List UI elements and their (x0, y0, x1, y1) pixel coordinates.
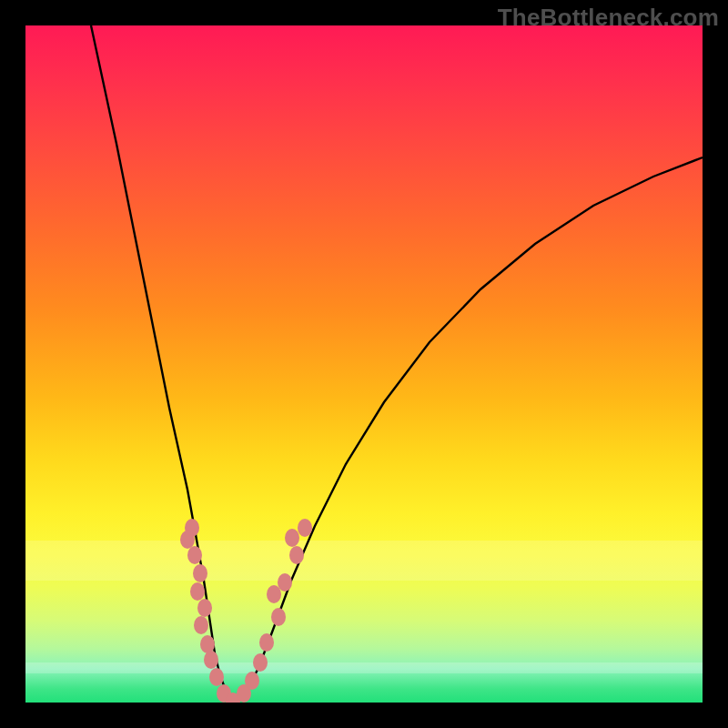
curve-marker (197, 599, 212, 617)
watermark-text: TheBottleneck.com (498, 4, 719, 32)
curve-marker (253, 653, 268, 672)
curve-marker (278, 573, 292, 592)
curve-marker (193, 564, 207, 582)
curve-marker (190, 582, 205, 601)
curve-marker (245, 672, 259, 690)
curve-marker (271, 608, 286, 626)
curve-marker (194, 616, 208, 634)
curve-marker (298, 519, 312, 537)
curve-marker (204, 651, 218, 669)
curve-marker (259, 633, 274, 652)
chart-frame: TheBottleneck.com (0, 0, 728, 728)
curve-marker (209, 668, 224, 686)
curve-marker (187, 546, 202, 564)
curve-marker (289, 546, 304, 564)
plot-area (25, 25, 703, 703)
bottleneck-curve (25, 25, 703, 703)
curve-marker (285, 529, 299, 547)
